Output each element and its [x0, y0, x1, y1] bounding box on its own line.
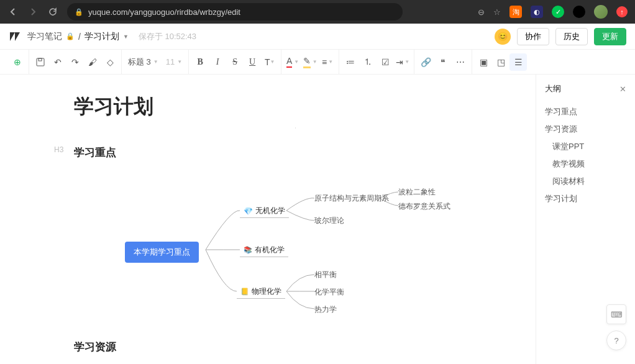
attach-button[interactable]: ◳	[492, 53, 509, 71]
reload-button[interactable]	[47, 6, 58, 17]
mindmap-block[interactable]: 本学期学习重点 💎无机化学 📚有机化学 📒物理化学 原子结构与元素周期系 玻尔理…	[69, 172, 467, 321]
align-button[interactable]: ≡▼	[319, 53, 336, 71]
collaborate-button[interactable]: 协作	[517, 28, 549, 45]
font-size-dropdown[interactable]: 11▼	[162, 57, 186, 66]
section-heading-2[interactable]: 学习资源	[69, 340, 467, 354]
outline-toggle-button[interactable]: ☰	[509, 53, 527, 71]
extension-icon-1[interactable]: 淘	[509, 6, 522, 18]
lock-small-icon: 🔒	[66, 32, 75, 40]
svg-rect-1	[39, 58, 42, 61]
indent-button[interactable]: ⇥▼	[394, 53, 411, 71]
outline-title: 大纲	[545, 83, 561, 94]
more-button[interactable]: ⋯	[452, 53, 469, 71]
ordered-list-button[interactable]: ⒈	[359, 53, 377, 71]
mindmap-leaf[interactable]: 波粒二象性	[398, 187, 436, 198]
mindmap-leaf[interactable]: 相平衡	[314, 270, 337, 280]
image-button[interactable]: ▣	[475, 53, 492, 71]
chevron-down-icon[interactable]: ▼	[123, 34, 129, 40]
outline-item[interactable]: 教学视频	[545, 155, 626, 173]
format-painter-button[interactable]: 🖌	[84, 53, 101, 71]
extension-icon-2[interactable]: ◐	[531, 6, 543, 18]
page-title[interactable]: 学习计划	[69, 93, 467, 121]
outline-item[interactable]: 课堂PPT	[545, 138, 626, 155]
mindmap-root-node[interactable]: 本学期学习重点	[125, 242, 199, 263]
highlight-button[interactable]: ✎▼	[301, 53, 319, 71]
heading-dropdown[interactable]: 标题 3▼	[124, 57, 162, 68]
mindmap-branch-1[interactable]: 💎无机化学	[240, 204, 289, 218]
extension-icon-4[interactable]	[573, 6, 585, 18]
add-block-button[interactable]: ⊕	[9, 53, 26, 71]
mindmap-leaf[interactable]: 热力学	[314, 304, 337, 315]
svg-rect-0	[37, 58, 44, 66]
save-icon-button[interactable]	[32, 53, 49, 71]
update-button[interactable]: 更新	[594, 28, 626, 45]
zoom-icon[interactable]: ⊖	[478, 7, 485, 17]
extension-icon-3[interactable]: ✓	[552, 6, 564, 18]
save-status: 保存于 10:52:43	[139, 31, 196, 42]
underline-button[interactable]: U	[244, 53, 261, 71]
redo-button[interactable]: ↷	[66, 53, 84, 71]
quote-button[interactable]: ❝	[434, 53, 452, 71]
bold-button[interactable]: B	[191, 53, 209, 71]
mindmap-leaf[interactable]: 德布罗意关系式	[398, 201, 450, 212]
bookmark-star-icon[interactable]: ☆	[493, 7, 501, 17]
breadcrumb: 学习笔记 🔒 / 学习计划 ▼	[27, 31, 129, 42]
app-logo-icon[interactable]	[9, 31, 21, 42]
url-bar[interactable]: 🔒 yuque.com/yangguoguo/rirdba/wrbzgy/edi…	[67, 3, 403, 20]
help-button[interactable]: ?	[606, 330, 626, 350]
outline-item[interactable]: 学习资源	[545, 121, 626, 138]
undo-button[interactable]: ↶	[49, 53, 66, 71]
close-icon[interactable]: ✕	[619, 84, 626, 94]
unordered-list-button[interactable]: ≔	[342, 53, 359, 71]
mindmap-leaf[interactable]: 化学平衡	[314, 287, 344, 298]
mindmap-leaf[interactable]: 玻尔理论	[314, 216, 344, 226]
mindmap-branch-2[interactable]: 📚有机化学	[240, 243, 288, 257]
breadcrumb-parent[interactable]: 学习笔记	[27, 31, 62, 42]
italic-button[interactable]: I	[209, 53, 226, 71]
extension-icon-5[interactable]: ↑	[616, 6, 628, 17]
text-cursor-icon	[295, 122, 296, 134]
checklist-button[interactable]: ☑	[377, 53, 394, 71]
lock-icon: 🔒	[75, 8, 83, 16]
breadcrumb-current[interactable]: 学习计划	[85, 31, 119, 42]
back-button[interactable]	[7, 6, 19, 17]
clear-format-button[interactable]: ◇	[101, 53, 119, 71]
outline-item[interactable]: 学习重点	[545, 103, 626, 121]
strikethrough-button[interactable]: S	[226, 53, 244, 71]
forward-button[interactable]	[27, 6, 39, 17]
url-text: yuque.com/yangguoguo/rirdba/wrbzgy/edit	[88, 7, 240, 17]
text-color-button[interactable]: A▼	[284, 53, 301, 71]
keyboard-shortcut-button[interactable]: ⌨	[606, 304, 626, 324]
outline-item[interactable]: 学习计划	[545, 190, 626, 207]
heading-level-badge: H3	[54, 145, 63, 154]
outline-item[interactable]: 阅读材料	[545, 173, 626, 190]
history-button[interactable]: 历史	[555, 28, 588, 45]
mindmap-leaf[interactable]: 原子结构与元素周期系	[314, 193, 389, 204]
mindmap-branch-3[interactable]: 📒物理化学	[237, 285, 285, 299]
section-heading-1[interactable]: H3 学习重点	[69, 145, 467, 160]
user-avatar-badge[interactable]: 😊	[495, 29, 511, 45]
link-button[interactable]: 🔗	[417, 53, 434, 71]
profile-avatar[interactable]	[594, 5, 608, 19]
sup-sub-button[interactable]: T▼	[261, 53, 278, 71]
